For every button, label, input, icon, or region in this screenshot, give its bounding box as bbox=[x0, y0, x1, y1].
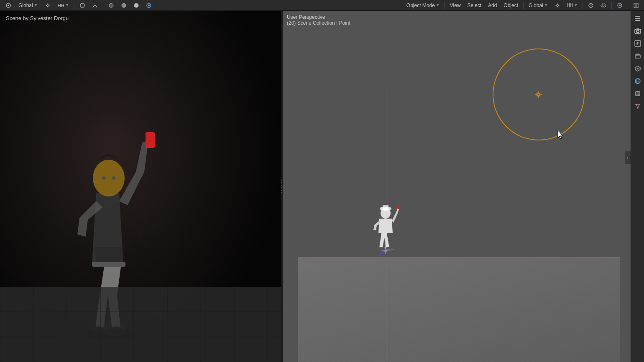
toolbar-editor[interactable] bbox=[631, 2, 641, 9]
sep2 bbox=[103, 2, 103, 9]
toolbar-xray[interactable] bbox=[598, 2, 609, 9]
left-viewport[interactable]: Scene by Sylvester Dorgu bbox=[0, 11, 281, 362]
svg-rect-25 bbox=[0, 287, 281, 362]
svg-point-73 bbox=[637, 68, 639, 69]
right-viewport[interactable]: User Perspective (20) Scene Collection |… bbox=[281, 11, 631, 362]
svg-rect-45 bbox=[398, 205, 400, 209]
mode-dropdown-arrow: ▼ bbox=[436, 3, 440, 7]
global2-dropdown-arrow: ▼ bbox=[544, 3, 548, 7]
particles-panel-icon[interactable] bbox=[632, 100, 644, 112]
collection-label: (20) Scene Collection | Point bbox=[287, 20, 350, 26]
object-panel-icon[interactable] bbox=[632, 88, 644, 99]
toolbar-shading-right[interactable] bbox=[614, 2, 625, 9]
tools-panel-icon[interactable] bbox=[632, 13, 644, 24]
toolbar-snap2[interactable]: HH ▼ bbox=[565, 2, 580, 8]
svg-rect-62 bbox=[635, 16, 640, 17]
svg-point-4 bbox=[122, 3, 126, 8]
svg-point-20 bbox=[102, 176, 106, 180]
toolbar-transform2[interactable] bbox=[552, 2, 563, 9]
left-floor-svg bbox=[0, 287, 281, 362]
toolbar-falloff[interactable] bbox=[89, 2, 100, 9]
object-label: Object bbox=[503, 3, 518, 8]
view-label: View bbox=[450, 3, 461, 8]
engine-icon bbox=[5, 2, 12, 9]
svg-point-19 bbox=[93, 160, 125, 196]
svg-rect-63 bbox=[635, 18, 640, 19]
toolbar-object-mode[interactable]: Object Mode ▼ bbox=[404, 2, 442, 9]
svg-rect-37 bbox=[281, 180, 282, 181]
toolbar-shading3[interactable] bbox=[131, 2, 142, 9]
snap-icon: HH bbox=[58, 2, 64, 9]
transform-gizmo bbox=[375, 239, 396, 260]
sep3 bbox=[157, 2, 157, 9]
toolbar-engine[interactable] bbox=[3, 1, 14, 10]
snap-dropdown-arrow: ▼ bbox=[66, 3, 69, 7]
svg-point-66 bbox=[636, 30, 639, 33]
svg-rect-67 bbox=[636, 28, 639, 30]
scene-credit-text: Scene by Sylvester Dorgu bbox=[6, 15, 69, 21]
toolbar-global2[interactable]: Global ▼ bbox=[526, 2, 550, 9]
svg-point-12 bbox=[619, 5, 621, 6]
output-panel-icon[interactable] bbox=[632, 38, 644, 49]
svg-rect-18 bbox=[146, 132, 155, 148]
svg-point-2 bbox=[80, 3, 84, 8]
toolbar-overlay[interactable] bbox=[585, 2, 596, 9]
toolbar-view[interactable]: View bbox=[447, 2, 463, 9]
scene-credit-label: Scene by Sylvester Dorgu bbox=[6, 15, 69, 21]
svg-rect-39 bbox=[281, 185, 282, 186]
add-label: Add bbox=[488, 3, 497, 8]
svg-point-1 bbox=[8, 5, 9, 6]
viewport-header: User Perspective (20) Scene Collection |… bbox=[287, 14, 350, 26]
svg-rect-38 bbox=[281, 182, 282, 183]
view-layer-panel-icon[interactable] bbox=[632, 50, 644, 62]
toolbar-proportional[interactable] bbox=[77, 2, 88, 9]
object-mode-label: Object Mode bbox=[406, 3, 435, 8]
svg-point-7 bbox=[148, 5, 150, 6]
toolbar-snap[interactable]: HH ▼ bbox=[55, 1, 72, 10]
svg-rect-78 bbox=[636, 92, 639, 95]
toolbar-shading2[interactable] bbox=[118, 2, 129, 9]
svg-point-3 bbox=[109, 3, 113, 8]
main-area: Scene by Sylvester Dorgu bbox=[0, 11, 644, 362]
snap2-dropdown-arrow: ▼ bbox=[574, 3, 578, 7]
svg-rect-41 bbox=[281, 190, 282, 191]
svg-point-5 bbox=[134, 3, 138, 8]
sep1 bbox=[74, 2, 74, 9]
scene-panel-icon[interactable] bbox=[632, 63, 644, 74]
world-panel-icon[interactable] bbox=[632, 75, 644, 87]
svg-rect-48 bbox=[383, 205, 388, 209]
sep8 bbox=[628, 2, 628, 9]
n-panel-toggle[interactable]: ‹ bbox=[625, 151, 631, 164]
toolbar-global[interactable]: Global ▼ bbox=[16, 2, 40, 9]
toolbar-select[interactable]: Select bbox=[465, 2, 484, 9]
toolbar-transform[interactable] bbox=[42, 1, 54, 10]
y-axis-line bbox=[388, 258, 388, 362]
sep5 bbox=[523, 2, 524, 9]
sep4 bbox=[445, 2, 445, 9]
svg-rect-64 bbox=[635, 20, 640, 21]
viewport-divider[interactable] bbox=[281, 11, 283, 362]
perspective-label: User Perspective bbox=[287, 14, 350, 20]
svg-line-55 bbox=[379, 249, 386, 255]
toolbar-shading4[interactable] bbox=[143, 2, 154, 9]
global-dropdown-arrow: ▼ bbox=[34, 3, 38, 7]
n-panel-arrow: ‹ bbox=[627, 156, 628, 160]
svg-line-84 bbox=[638, 105, 639, 108]
toolbar-add[interactable]: Add bbox=[486, 2, 499, 9]
svg-rect-42 bbox=[281, 192, 282, 193]
global2-label: Global bbox=[529, 3, 543, 8]
sep6 bbox=[583, 2, 583, 9]
snap2-label: HH bbox=[567, 3, 573, 8]
toolbar-shading1[interactable] bbox=[106, 2, 117, 9]
floor-platform bbox=[298, 257, 620, 362]
transform-icon bbox=[44, 2, 51, 9]
svg-rect-40 bbox=[281, 187, 282, 188]
sep7 bbox=[611, 2, 612, 9]
top-toolbar: Global ▼ HH ▼ Object Mode ▼ View Sel bbox=[0, 0, 644, 11]
global-label: Global bbox=[18, 3, 33, 8]
x-axis-line bbox=[298, 258, 620, 258]
camera-panel-icon[interactable] bbox=[632, 25, 644, 37]
toolbar-object[interactable]: Object bbox=[501, 2, 521, 9]
properties-panel bbox=[631, 11, 644, 362]
svg-rect-14 bbox=[635, 4, 637, 7]
